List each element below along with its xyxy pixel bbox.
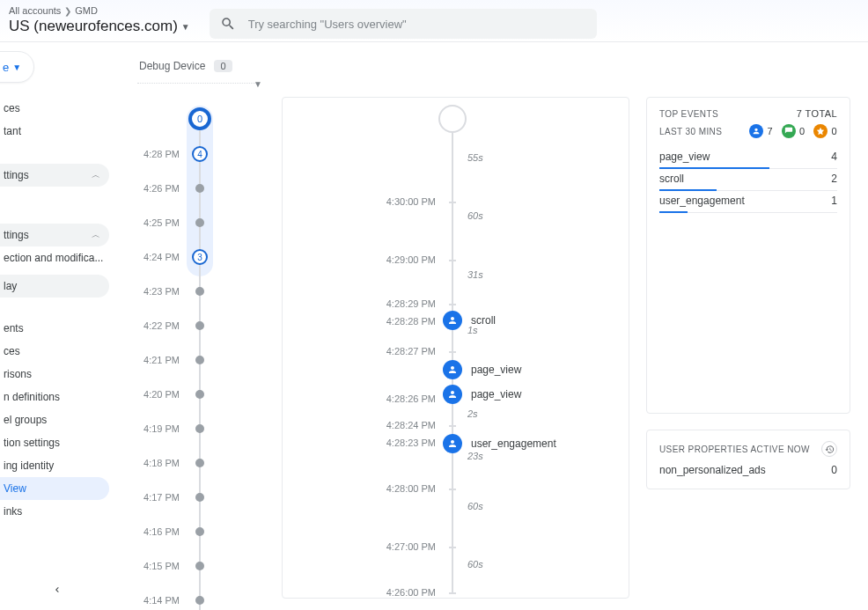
- sidebar-item-label: ttings: [4, 169, 29, 181]
- search-icon: [220, 16, 236, 32]
- minute-time-label: 4:24 PM: [139, 252, 180, 262]
- search-bar[interactable]: [210, 9, 597, 39]
- minute-node[interactable]: [195, 493, 204, 502]
- minute-node-count: 0: [197, 114, 202, 124]
- sidebar-item[interactable]: ing identity: [0, 454, 109, 477]
- minute-time-label: 4:21 PM: [139, 355, 180, 365]
- event-tick: [449, 260, 456, 261]
- event-name: user_engagement: [471, 437, 556, 450]
- history-icon[interactable]: [821, 441, 837, 457]
- event-time-label: 4:28:23 PM: [330, 437, 436, 448]
- event-name: scroll: [471, 314, 496, 327]
- sidebar-item[interactable]: tant: [0, 120, 109, 143]
- event-gap-label: 60s: [467, 210, 483, 221]
- event-axis: [452, 124, 453, 592]
- event-row[interactable]: page_view: [443, 385, 521, 404]
- sidebar-item[interactable]: risons: [0, 363, 109, 386]
- minute-node[interactable]: [195, 527, 204, 536]
- minute-node[interactable]: [195, 287, 204, 296]
- minute-node[interactable]: [195, 184, 204, 193]
- sidebar-item-label: ents: [4, 322, 24, 334]
- sidebar-item[interactable]: ces: [0, 340, 109, 363]
- event-gap-label: 31s: [467, 269, 483, 280]
- sidebar-item[interactable]: tion settings: [0, 431, 109, 454]
- event-row[interactable]: user_engagement: [443, 434, 556, 453]
- sidebar-item[interactable]: n definitions: [0, 386, 109, 408]
- top-event-row[interactable]: user_engagement1: [659, 191, 837, 213]
- debug-device-selector[interactable]: Debug Device 0: [139, 60, 232, 72]
- top-events-subtitle: LAST 30 MINS: [659, 127, 722, 136]
- caret-down-icon[interactable]: ▼: [254, 79, 262, 89]
- sidebar-item[interactable]: ces: [0, 97, 109, 120]
- search-input[interactable]: [248, 18, 586, 31]
- chevron-right-icon: ❯: [64, 6, 71, 16]
- event-time-label: 4:26:00 PM: [330, 587, 436, 598]
- event-time-label: 4:28:00 PM: [330, 483, 436, 494]
- event-tick: [449, 351, 456, 353]
- minute-time-label: 4:28 PM: [139, 149, 180, 159]
- minute-node[interactable]: [195, 459, 204, 467]
- minute-node[interactable]: [195, 356, 204, 364]
- minute-node[interactable]: [195, 218, 204, 227]
- settings-sidebar: cestantttings︿ttings︿ection and modifica…: [0, 97, 114, 610]
- user-property-row[interactable]: non_personalized_ads0: [659, 462, 837, 478]
- legend-item: 0: [813, 124, 837, 138]
- sidebar-item[interactable]: ection and modifica...: [0, 246, 109, 269]
- top-event-name: user_engagement: [659, 195, 745, 207]
- minute-node[interactable]: [195, 596, 204, 605]
- sidebar-item-label: ection and modifica...: [4, 252, 103, 264]
- sidebar-item[interactable]: ttings︿: [0, 164, 109, 187]
- minute-timeline[interactable]: 0 4:28 PM44:26 PM4:25 PM4:24 PM34:23 PM4…: [139, 97, 271, 610]
- minute-time-label: 4:20 PM: [139, 389, 180, 400]
- sidebar-item[interactable]: ents: [0, 317, 109, 340]
- minute-time-label: 4:15 PM: [139, 561, 180, 571]
- sidebar-item[interactable]: el groups: [0, 408, 109, 431]
- event-time-label: 4:29:00 PM: [330, 254, 436, 265]
- top-events-title: TOP EVENTS: [659, 109, 718, 119]
- event-tick: [449, 202, 456, 203]
- event-gap-label: 60s: [467, 559, 483, 570]
- pill-label: e: [3, 61, 9, 74]
- minute-node[interactable]: 3: [192, 249, 208, 265]
- breadcrumb-root[interactable]: All accounts: [9, 5, 61, 16]
- minute-time-label: 4:17 PM: [139, 492, 180, 503]
- nav-collapse-icon[interactable]: [0, 584, 114, 598]
- breadcrumb[interactable]: All accounts ❯ GMD: [9, 5, 190, 16]
- minute-node[interactable]: [195, 321, 204, 330]
- sidebar-item[interactable]: View: [0, 477, 109, 500]
- minute-node[interactable]: [195, 424, 204, 433]
- minute-node[interactable]: [195, 562, 204, 570]
- floating-scope-pill[interactable]: e ▼: [0, 51, 34, 83]
- app-header: All accounts ❯ GMD US (neweurofences.com…: [0, 0, 868, 42]
- event-gap-label: 2s: [467, 408, 478, 419]
- debug-device-label: Debug Device: [139, 60, 205, 72]
- event-name: page_view: [471, 364, 521, 376]
- top-event-row[interactable]: scroll2: [659, 169, 837, 191]
- event-row[interactable]: page_view: [443, 360, 521, 379]
- sidebar-item-label: lay: [4, 280, 17, 292]
- sidebar-item[interactable]: ttings︿: [0, 224, 109, 246]
- property-selector[interactable]: US (neweurofences.com) ▼: [9, 18, 190, 35]
- event-name: page_view: [471, 388, 521, 401]
- minute-node[interactable]: 4: [192, 146, 208, 162]
- minute-time-label: 4:19 PM: [139, 423, 180, 434]
- event-row[interactable]: scroll: [443, 311, 496, 330]
- event-type-legend: 700: [749, 124, 837, 138]
- sidebar-item[interactable]: lay: [0, 275, 109, 298]
- minute-node-current[interactable]: 0: [188, 107, 211, 130]
- person-icon: [443, 360, 462, 379]
- event-time-label: 4:28:29 PM: [330, 298, 436, 309]
- event-gap-label: 55s: [467, 152, 483, 163]
- event-tick: [449, 547, 456, 548]
- minute-time-label: 4:22 PM: [139, 320, 180, 331]
- breadcrumb-account[interactable]: GMD: [75, 5, 98, 16]
- minute-node[interactable]: [195, 390, 204, 399]
- minute-time-label: 4:14 PM: [139, 595, 180, 606]
- sidebar-item-label: ces: [4, 345, 20, 357]
- top-event-row[interactable]: page_view4: [659, 147, 837, 169]
- event-gap-label: 60s: [467, 501, 483, 511]
- sidebar-item[interactable]: inks: [0, 500, 109, 523]
- event-tick: [449, 304, 456, 305]
- event-head-marker: [438, 105, 467, 133]
- person-icon: [443, 434, 462, 453]
